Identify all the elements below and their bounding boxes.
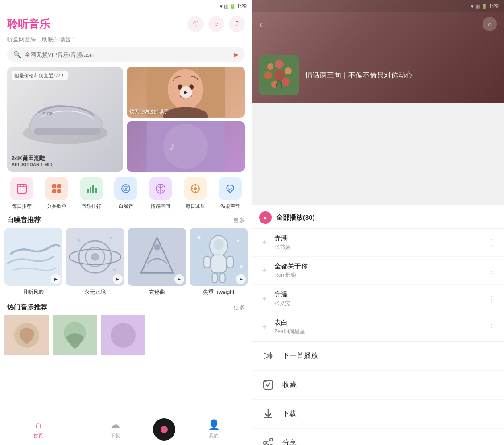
- cat-label-chart: 音乐排行: [82, 203, 101, 210]
- svg-rect-21: [92, 185, 94, 193]
- header: 聆听音乐 ♡ ○ ⤴: [0, 12, 252, 36]
- search-input[interactable]: [25, 51, 230, 58]
- noise-item-infinite[interactable]: ▶ 永无止境: [66, 228, 124, 296]
- playlist-info-3: 升温 张义雯: [270, 290, 485, 307]
- playlist-item-1[interactable]: + 弄潮 张书扬 ⋮: [252, 229, 504, 257]
- cat-label-classify: 分类歌单: [47, 203, 66, 210]
- left-panel: ▾ ▥ 🔋 1:29 聆听音乐 ♡ ○ ⤴ 听全网音乐，助眠白噪音！ 🔍 ▶ 但…: [0, 0, 252, 445]
- svg-text:♪: ♪: [169, 139, 175, 153]
- banner-side-item-1[interactable]: ▶ 被天使吻过的嗓子...: [127, 67, 245, 118]
- download-icon: ☁: [110, 419, 120, 431]
- svg-point-25: [125, 188, 127, 190]
- action-menu: 下一首播放 收藏: [252, 341, 504, 445]
- action-share[interactable]: 分享: [252, 429, 504, 445]
- more-button-3[interactable]: ⋮: [485, 292, 497, 305]
- playlist-item-4[interactable]: + 表白 Zealot周星星 ⋮: [252, 313, 504, 341]
- player-content: 情话两三句｜不偏不倚只对你动心: [259, 55, 497, 95]
- svg-point-53: [198, 236, 201, 239]
- hot-thumb1-svg: [4, 315, 49, 355]
- play-overlay-1[interactable]: ▶: [180, 86, 192, 99]
- more-button-4[interactable]: ⋮: [485, 320, 497, 334]
- cat-label-emotion: 情感空间: [151, 203, 170, 210]
- action-next[interactable]: 下一首播放: [252, 342, 504, 371]
- category-chart[interactable]: 音乐排行: [80, 177, 103, 210]
- nav-item-mine[interactable]: 👤 我的: [175, 419, 252, 439]
- svg-point-61: [111, 323, 136, 348]
- cat-icon-gentle: [219, 177, 242, 200]
- cat-label-gentle: 温柔声音: [220, 203, 240, 210]
- category-relax[interactable]: 每日减压: [184, 177, 207, 210]
- nav-label-download: 下载: [110, 433, 120, 439]
- share-button[interactable]: ⤴: [229, 16, 245, 32]
- svg-rect-22: [95, 188, 97, 193]
- category-gentle[interactable]: 温柔声音: [219, 177, 242, 210]
- svg-point-33: [194, 187, 197, 190]
- action-download[interactable]: 下载: [252, 400, 504, 429]
- action-collect[interactable]: 收藏: [252, 371, 504, 400]
- svg-point-40: [78, 239, 80, 242]
- more-button-2[interactable]: ⋮: [485, 264, 497, 277]
- heart-button[interactable]: ♡: [188, 16, 204, 32]
- wifi-icon: ▾: [220, 4, 223, 9]
- more-button-1[interactable]: ⋮: [485, 236, 497, 249]
- svg-point-64: [285, 67, 292, 74]
- svg-line-78: [266, 444, 270, 445]
- category-classify[interactable]: 分类歌单: [45, 177, 68, 210]
- white-noise-more[interactable]: 更多: [233, 216, 245, 224]
- svg-text:DIOR: DIOR: [43, 111, 53, 116]
- next-play-icon: [261, 349, 275, 363]
- banner-area: 但是价格却便宜近1/2！ DIOR 24K莆田潮鞋 AIR JORDAN 1 M…: [7, 67, 245, 172]
- add-icon-3[interactable]: +: [259, 293, 270, 304]
- svg-point-54: [237, 240, 239, 242]
- hot-thumb-2[interactable]: [53, 315, 97, 355]
- noise-item-wind[interactable]: ▶ 且听风吟: [4, 228, 62, 296]
- mystery-play-button[interactable]: ▶: [174, 274, 184, 284]
- playlist-item-2[interactable]: + 全都关于你 Rom邢锐 ⋮: [252, 257, 504, 285]
- search-bar[interactable]: 🔍 ▶: [7, 47, 245, 62]
- svg-rect-52: [220, 273, 225, 283]
- hot-music-more[interactable]: 更多: [233, 304, 245, 312]
- noise-item-weightless[interactable]: ▶ 失重（weight: [190, 228, 248, 296]
- banner-side-item-2[interactable]: ♪: [127, 121, 245, 172]
- play-dot: [161, 426, 168, 433]
- svg-rect-15: [52, 184, 56, 188]
- category-noise[interactable]: 白噪音: [114, 177, 137, 210]
- play-all-button[interactable]: ▶: [259, 211, 272, 224]
- svg-rect-1: [34, 128, 101, 135]
- space-play-button[interactable]: ▶: [113, 274, 123, 284]
- add-icon-4[interactable]: +: [259, 321, 270, 332]
- svg-point-44: [153, 244, 160, 250]
- add-icon-2[interactable]: +: [259, 265, 270, 276]
- nav-item-home[interactable]: ⌂ 首页: [0, 419, 77, 439]
- playlist-item-3[interactable]: + 升温 张义雯 ⋮: [252, 285, 504, 313]
- svg-line-77: [266, 441, 270, 442]
- bottom-nav: ⌂ 首页 ☁ 下载 👤 我的: [0, 413, 252, 445]
- back-button[interactable]: ‹: [259, 19, 262, 29]
- hot-thumb-3[interactable]: [101, 315, 145, 355]
- svg-rect-18: [57, 189, 61, 193]
- emotion-icon-svg: [155, 183, 166, 194]
- noise-item-mystery[interactable]: ▶ 玄秘曲: [128, 228, 186, 296]
- category-daily[interactable]: 每日推荐: [10, 177, 33, 210]
- nav-item-download[interactable]: ☁ 下载: [77, 419, 153, 439]
- search-arrow-icon[interactable]: ▶: [234, 51, 239, 58]
- gentle-icon-svg: [224, 183, 236, 194]
- song-name-4: 表白: [274, 318, 481, 327]
- playlist-info-4: 表白 Zealot周星星: [270, 318, 485, 335]
- svg-rect-19: [87, 189, 89, 193]
- banner-main[interactable]: 但是价格却便宜近1/2！ DIOR 24K莆田潮鞋 AIR JORDAN 1 M…: [7, 67, 123, 172]
- nav-play-button[interactable]: [153, 418, 175, 441]
- cat-label-relax: 每日减压: [186, 203, 205, 210]
- svg-point-55: [240, 265, 243, 268]
- svg-point-67: [264, 71, 272, 79]
- search-button[interactable]: ○: [208, 16, 224, 32]
- hot-thumb-1[interactable]: [4, 315, 49, 355]
- player-header: ‹ ○: [252, 0, 504, 103]
- category-emotion[interactable]: 情感空间: [149, 177, 172, 210]
- noise-thumb-astronaut: ▶: [190, 228, 248, 286]
- add-icon-1[interactable]: +: [259, 237, 270, 248]
- player-search-button[interactable]: ○: [483, 17, 497, 31]
- status-bar-left: ▾ ▥ 🔋 1:29: [0, 0, 252, 12]
- mine-icon: 👤: [208, 419, 220, 431]
- categories: 每日推荐 分类歌单: [0, 177, 252, 214]
